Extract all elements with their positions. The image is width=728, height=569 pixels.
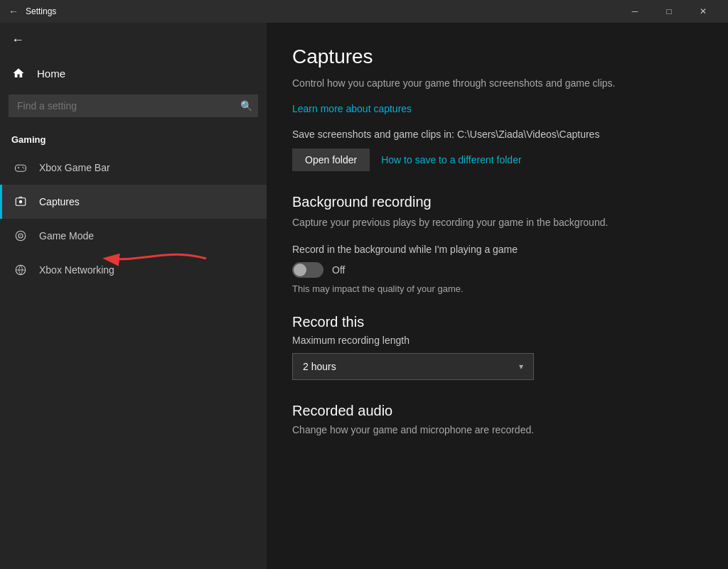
captures-icon bbox=[14, 195, 28, 209]
xbox-networking-icon bbox=[14, 263, 28, 277]
sidebar-item-xbox-game-bar[interactable]: Xbox Game Bar bbox=[0, 151, 267, 185]
toggle-setting-label: Record in the background while I'm playi… bbox=[292, 244, 702, 255]
recorded-audio-desc: Change how your game and microphone are … bbox=[292, 423, 702, 438]
background-recording-toggle[interactable] bbox=[292, 262, 323, 278]
search-box: 🔍 bbox=[9, 94, 258, 117]
xbox-game-bar-label: Xbox Game Bar bbox=[39, 162, 110, 173]
content-area: Captures Control how you capture your ga… bbox=[267, 23, 728, 569]
svg-point-1 bbox=[22, 167, 23, 168]
chevron-down-icon: ▾ bbox=[519, 362, 523, 372]
maximize-button[interactable]: □ bbox=[653, 0, 685, 23]
background-recording-title: Background recording bbox=[292, 194, 702, 210]
svg-point-7 bbox=[20, 235, 21, 237]
toggle-knob bbox=[294, 264, 306, 276]
captures-label: Captures bbox=[39, 196, 80, 207]
sidebar-item-captures[interactable]: Captures bbox=[0, 185, 267, 219]
back-arrow-icon: ← bbox=[11, 33, 24, 48]
back-arrow-icon: ← bbox=[9, 6, 18, 17]
quality-note: This may impact the quality of your game… bbox=[292, 283, 702, 294]
dropdown-value: 2 hours bbox=[303, 361, 336, 372]
minimize-button[interactable]: ─ bbox=[619, 0, 651, 23]
svg-point-2 bbox=[23, 168, 25, 169]
toggle-state-label: Off bbox=[332, 264, 345, 276]
folder-actions: Open folder How to save to a different f… bbox=[292, 148, 702, 171]
open-folder-button[interactable]: Open folder bbox=[292, 148, 370, 171]
home-icon bbox=[11, 66, 26, 80]
max-length-label: Maximum recording length bbox=[292, 335, 702, 346]
svg-point-4 bbox=[19, 200, 23, 204]
search-input[interactable] bbox=[9, 94, 258, 117]
record-this-title: Record this bbox=[292, 314, 702, 330]
sidebar: ← Home 🔍 Gaming Xbox Game Bar bbox=[0, 23, 267, 569]
game-mode-icon bbox=[14, 229, 28, 243]
sidebar-item-game-mode[interactable]: Game Mode bbox=[0, 219, 267, 253]
recording-length-dropdown[interactable]: 2 hours ▾ bbox=[292, 353, 534, 380]
change-folder-link[interactable]: How to save to a different folder bbox=[381, 154, 521, 166]
home-label: Home bbox=[37, 67, 65, 80]
toggle-area: Off bbox=[292, 262, 702, 278]
game-mode-label: Game Mode bbox=[39, 230, 94, 242]
titlebar-left: ← Settings bbox=[9, 6, 56, 17]
search-icon: 🔍 bbox=[240, 100, 252, 112]
app-body: ← Home 🔍 Gaming Xbox Game Bar bbox=[0, 23, 728, 569]
titlebar-controls: ─ □ ✕ bbox=[619, 0, 719, 23]
sidebar-section-label: Gaming bbox=[0, 123, 267, 151]
page-description: Control how you capture your game throug… bbox=[292, 77, 702, 91]
learn-more-link[interactable]: Learn more about captures bbox=[292, 103, 412, 114]
sidebar-item-home[interactable]: Home bbox=[0, 58, 267, 89]
save-location-text: Save screenshots and game clips in: C:\U… bbox=[292, 129, 702, 140]
background-toggle-row: Record in the background while I'm playi… bbox=[292, 244, 702, 294]
xbox-networking-label: Xbox Networking bbox=[39, 264, 114, 276]
sidebar-item-xbox-networking[interactable]: Xbox Networking bbox=[0, 253, 267, 287]
sidebar-back-button[interactable]: ← bbox=[0, 23, 267, 58]
gamepad-icon bbox=[14, 161, 28, 175]
background-recording-desc: Capture your previous plays by recording… bbox=[292, 216, 702, 230]
recorded-audio-title: Recorded audio bbox=[292, 403, 702, 419]
page-title: Captures bbox=[292, 45, 702, 68]
close-button[interactable]: ✕ bbox=[687, 0, 719, 23]
titlebar: ← Settings ─ □ ✕ bbox=[0, 0, 728, 23]
titlebar-title: Settings bbox=[26, 6, 56, 16]
